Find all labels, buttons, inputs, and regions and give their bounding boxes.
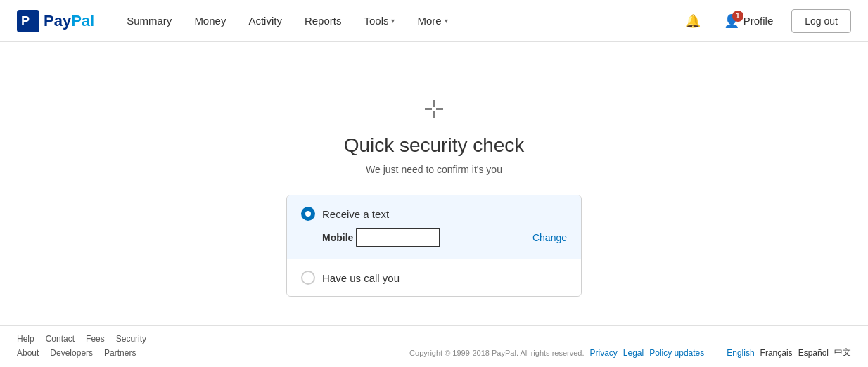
- mobile-field-label: Mobile: [322, 232, 353, 243]
- nav-money[interactable]: Money: [184, 9, 236, 32]
- nav-reports[interactable]: Reports: [295, 9, 352, 32]
- profile-label: Profile: [743, 15, 774, 27]
- profile-button[interactable]: 1 👤 Profile: [717, 9, 781, 33]
- change-mobile-link[interactable]: Change: [532, 232, 567, 243]
- main-content: Quick security check We just need to con…: [0, 42, 868, 325]
- bell-icon: 🔔: [685, 13, 701, 29]
- receive-text-option[interactable]: Receive a text Mobile Change: [287, 195, 581, 259]
- receive-text-radio[interactable]: [301, 207, 315, 221]
- more-chevron-icon: ▾: [445, 17, 448, 25]
- page-title: Quick security check: [344, 134, 525, 157]
- nav-activity[interactable]: Activity: [238, 9, 292, 32]
- notifications-button[interactable]: 🔔: [680, 8, 706, 34]
- crosshair-icon: [423, 98, 445, 123]
- page-subtitle: We just need to confirm it's you: [366, 164, 502, 175]
- call-label: Have us call you: [322, 272, 400, 284]
- nav-summary[interactable]: Summary: [117, 9, 181, 32]
- paypal-logo[interactable]: P PayPal: [17, 10, 94, 32]
- call-radio[interactable]: [301, 271, 315, 285]
- nav-tools[interactable]: Tools ▾: [354, 9, 404, 32]
- mobile-number-input[interactable]: [356, 228, 440, 247]
- nav-more[interactable]: More ▾: [407, 9, 457, 32]
- svg-text:P: P: [21, 14, 30, 28]
- tools-chevron-icon: ▾: [391, 17, 395, 25]
- header-actions: 🔔 1 👤 Profile Log out: [680, 8, 851, 34]
- main-nav: Summary Money Activity Reports Tools ▾ M…: [117, 9, 680, 32]
- security-options-card: Receive a text Mobile Change Have us cal…: [286, 195, 582, 297]
- call-option[interactable]: Have us call you: [287, 259, 581, 296]
- receive-text-label: Receive a text: [322, 208, 389, 220]
- logout-button[interactable]: Log out: [791, 9, 851, 33]
- profile-badge: 1: [732, 11, 743, 22]
- logo-wordmark: PayPal: [44, 12, 94, 30]
